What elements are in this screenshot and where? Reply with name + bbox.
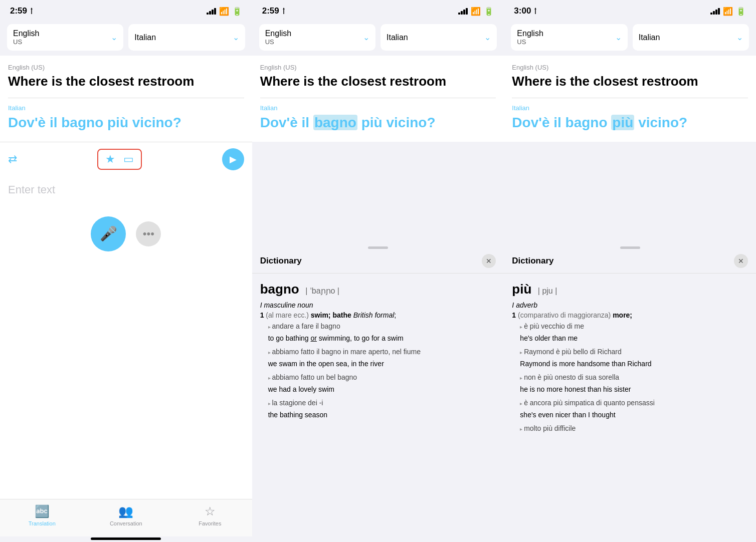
favorite-button[interactable]: ★: [102, 152, 118, 167]
dict-ex-1d-en: the bathing season: [268, 410, 496, 420]
target-label-right: Italian: [512, 104, 748, 112]
target-label-left: Italian: [8, 104, 244, 112]
target-language-btn-middle[interactable]: Italian ⌄: [381, 24, 497, 51]
tab-conversation[interactable]: 👥 Conversation: [106, 504, 146, 526]
dict-ex-1a: andare a fare il bagno: [268, 321, 496, 332]
screen-middle: 2:59 📶 🔋 English US ⌄ Italian: [252, 0, 504, 542]
target-label-middle: Italian: [260, 104, 496, 112]
flashcard-button[interactable]: ▭: [120, 152, 137, 167]
target-language-btn-left[interactable]: Italian ⌄: [128, 24, 245, 51]
conversation-label: Conversation: [110, 520, 142, 526]
translation-area-middle: English (US) Where is the closest restro…: [252, 56, 504, 142]
dict-ex-r-1e: molto più difficile: [520, 423, 748, 434]
screen-right: 3:00 📶 🔋 English US ⌄ Italian: [504, 0, 756, 542]
target-chevron-icon-m: ⌄: [484, 33, 491, 42]
source-chevron-icon: ⌄: [111, 33, 117, 42]
tab-translation[interactable]: 🔤 Translation: [22, 504, 62, 526]
battery-icon-m: 🔋: [484, 7, 494, 16]
tab-bar-left: 🔤 Translation 👥 Conversation ☆ Favorites: [0, 499, 252, 536]
translated-text-left: Dov'è il bagno più vicino?: [8, 114, 244, 132]
time-middle: 2:59: [262, 6, 286, 16]
language-bar-middle: English US ⌄ Italian ⌄: [252, 19, 504, 56]
status-bar-middle: 2:59 📶 🔋: [252, 0, 504, 19]
status-bar-left: 2:59 📶 🔋: [0, 0, 252, 19]
dict-close-button-right[interactable]: ✕: [734, 254, 748, 268]
status-icons-left: 📶 🔋: [207, 7, 242, 16]
wifi-icon-m: 📶: [471, 7, 481, 16]
swap-button[interactable]: ⇄: [8, 153, 17, 166]
dict-ex-1b: abbiamo fatto il bagno in mare aperto, n…: [268, 347, 496, 357]
dict-phonetic-right: | pju |: [538, 287, 557, 295]
dict-ex-1b-en: we swam in the open sea, in the river: [268, 359, 496, 369]
status-bar-right: 3:00 📶 🔋: [504, 0, 756, 19]
mic-area: 🎤 •••: [8, 216, 244, 251]
language-bar-right: English US ⌄ Italian ⌄: [504, 19, 756, 56]
dict-ex-r-1a: è più vecchio di me: [520, 321, 748, 332]
mic-button[interactable]: 🎤: [91, 216, 126, 251]
time-left: 2:59: [10, 6, 34, 16]
translated-text-middle: Dov'è il bagno più vicino?: [260, 114, 496, 132]
dict-ex-r-1c-en: he is no more honest than his sister: [520, 384, 748, 395]
dictionary-panel-right: Dictionary ✕ più | pju | adverb 1 (compa…: [504, 240, 756, 542]
source-lang-region: US: [13, 38, 39, 46]
favorites-icon: ☆: [205, 504, 216, 518]
translated-text-right: Dov'è il bagno più vicino?: [512, 114, 748, 132]
dict-word-right: più: [512, 282, 531, 297]
dict-pos-right: adverb: [512, 301, 748, 309]
battery-icon-r: 🔋: [736, 7, 746, 16]
dict-ex-r-1d: è ancora più simpatica di quanto pensass…: [520, 398, 748, 408]
dict-ex-1a-en: to go bathing or swimming, to go for a s…: [268, 333, 496, 344]
highlight-piu[interactable]: più: [611, 115, 634, 130]
source-language-btn-middle[interactable]: English US ⌄: [259, 24, 375, 51]
source-language-btn-left[interactable]: English US ⌄: [7, 24, 123, 51]
source-language-btn-right[interactable]: English US ⌄: [511, 24, 627, 51]
signal-icon-r: [710, 8, 720, 15]
status-icons-right: 📶 🔋: [710, 7, 746, 16]
highlight-bagno[interactable]: bagno: [313, 115, 357, 130]
dict-header-right: Dictionary ✕: [504, 254, 756, 274]
time-right: 3:00: [514, 6, 538, 16]
dict-ex-r-1c: non è più onesto di sua sorella: [520, 372, 748, 383]
source-lang-name: English: [13, 29, 39, 38]
enter-text-placeholder: Enter text: [8, 183, 244, 196]
signal-icon-m: [458, 8, 468, 15]
divider-left: [8, 98, 244, 98]
dict-def-1-middle: 1 (al mare ecc.) swim; bathe British for…: [260, 311, 496, 319]
dict-ex-1c: abbiamo fatto un bel bagno: [268, 372, 496, 383]
play-button[interactable]: ▶: [222, 148, 244, 170]
dict-handle: [368, 246, 388, 249]
target-language-btn-right[interactable]: Italian ⌄: [633, 24, 749, 51]
dict-ex-r-1d-en: she's even nicer than I thought: [520, 410, 748, 420]
home-indicator: [91, 537, 161, 540]
dictionary-panel-middle: Dictionary ✕ bagno | ˈbaɲɲo | masculine …: [252, 240, 504, 542]
translation-label: Translation: [29, 520, 56, 526]
icon-group: ★ ▭: [97, 149, 142, 170]
source-text-left: Where is the closest restroom: [8, 73, 244, 90]
dict-content-right: più | pju | adverb 1 (comparativo di mag…: [504, 274, 756, 542]
source-chevron-icon-m: ⌄: [363, 33, 369, 42]
tab-favorites[interactable]: ☆ Favorites: [190, 504, 230, 526]
wifi-icon: 📶: [219, 7, 229, 16]
target-lang-name: Italian: [134, 33, 156, 42]
status-icons-middle: 📶 🔋: [458, 7, 494, 16]
dict-title-middle: Dictionary: [260, 256, 302, 266]
conversation-icon: 👥: [118, 504, 133, 518]
dict-close-button-middle[interactable]: ✕: [482, 254, 496, 268]
dict-pos-middle: masculine noun: [260, 301, 496, 309]
translation-area-left: English (US) Where is the closest restro…: [0, 56, 252, 142]
language-bar-left: English US ⌄ Italian ⌄: [0, 19, 252, 56]
dict-title-right: Dictionary: [512, 256, 553, 266]
dict-handle-r: [620, 246, 640, 249]
dict-ex-r-1a-en: he's older than me: [520, 333, 748, 344]
source-label-middle: English (US): [260, 64, 496, 71]
dict-ex-r-1b: Raymond è più bello di Richard: [520, 347, 748, 357]
dict-ex-r-1b-en: Raymond is more handsome than Richard: [520, 359, 748, 369]
dict-def-1-right: 1 (comparativo di maggioranza) more;: [512, 311, 748, 319]
target-chevron-icon-r: ⌄: [736, 33, 743, 42]
translation-icon: 🔤: [35, 504, 50, 518]
more-button[interactable]: •••: [136, 221, 161, 246]
signal-icon: [207, 8, 216, 15]
translation-area-right: English (US) Where is the closest restro…: [504, 56, 756, 142]
source-text-right: Where is the closest restroom: [512, 73, 748, 90]
input-area-left: Enter text 🎤 •••: [0, 176, 252, 499]
